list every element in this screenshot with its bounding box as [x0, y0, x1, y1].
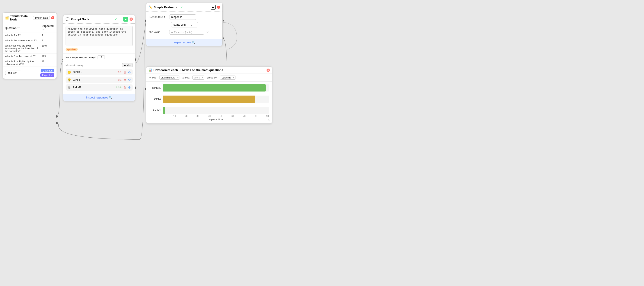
gpt35-delete-icon[interactable]: 🗑	[123, 71, 126, 74]
expected-cell: 18	[40, 59, 56, 67]
pencil-icon: ✏️	[148, 5, 152, 9]
list-icon[interactable]: ☰	[119, 17, 122, 21]
num-responses-row: Num responses per prompt:	[63, 53, 135, 61]
palm2-settings-icon[interactable]: ⚙	[128, 86, 131, 89]
gpt4-icon: 😤	[67, 78, 71, 82]
gpt35-icon: 🙂	[67, 71, 71, 74]
condition-select[interactable]: starts with ⌄	[171, 22, 198, 27]
question-col-dots: ···	[17, 26, 20, 30]
tabular-icon: 🗂️	[5, 16, 9, 19]
question-cell: What is 2 + 2?	[3, 33, 40, 38]
prompt-node-header: 💬 Prompt Node ✓ ☰ ▶ ✕	[63, 15, 135, 24]
table-row: What is 2 multiplied by the cubic root o…	[3, 59, 56, 67]
prompt-node-title: Prompt Node	[71, 17, 114, 21]
inspect-responses-link[interactable]: Inspect responses 🔍	[86, 96, 112, 99]
expected-cell: 1997	[40, 43, 56, 54]
bar-fill-gpt4	[163, 96, 255, 103]
tabular-data-node: 🗂️ Tabular Data Node Import data ✕ Quest…	[3, 12, 57, 79]
add-model-button[interactable]: Add +	[122, 63, 133, 67]
palm2-delete-icon[interactable]: 🗑	[123, 86, 126, 89]
prompt-textarea[interactable]: Answer the following math question as br…	[66, 26, 133, 46]
question-column-header: Question ···	[3, 23, 40, 33]
value-clear-button[interactable]: ✕	[206, 30, 209, 34]
prompt-inspect-bar[interactable]: Inspect responses 🔍	[63, 94, 135, 101]
svg-point-1	[56, 122, 58, 124]
tabular-close-button[interactable]: ✕	[51, 16, 54, 19]
chart-icon: 📊	[148, 68, 152, 72]
question-tag: question	[66, 48, 78, 51]
bar-fill-gpt35	[163, 84, 266, 92]
bar-bg-palm2	[163, 107, 269, 114]
tick-50: 50	[220, 115, 222, 117]
group-by-select[interactable]: LLMs (la	[220, 76, 236, 80]
x-axis-select[interactable]: score	[192, 76, 204, 80]
prompt-node: 💬 Prompt Node ✓ ☰ ▶ ✕ Answer the followi…	[63, 15, 135, 101]
prompt-play-button[interactable]: ▶	[123, 17, 128, 21]
table-row: What year was the 50th anniversary of th…	[3, 43, 56, 54]
group-by-label: group by:	[207, 76, 218, 79]
palm2-temp: δ:0.5	[116, 86, 122, 89]
return-true-label: Return true if	[150, 15, 168, 19]
expected-cell: 3	[40, 38, 56, 43]
tabular-table: Question ··· Expected ··· What is 2 + 2?…	[3, 23, 56, 67]
tick-20: 20	[185, 115, 188, 117]
inspect-scores-link[interactable]: Inspect scores 🔍	[174, 41, 195, 44]
models-section: Models to query: Add + 🙂 GPT3.5 δ:1 🗑 ⚙ …	[63, 61, 135, 94]
tabular-node-header: 🗂️ Tabular Data Node Import data ✕	[3, 12, 56, 23]
tick-80: 80	[255, 115, 257, 117]
prompt-close-button[interactable]: ✕	[130, 17, 133, 21]
condition-row: starts with ⌄	[150, 22, 219, 27]
gpt4-settings-icon[interactable]: ⚙	[128, 78, 131, 82]
x-axis-ticks: 0 10 20 30 40 50 60 70 80 90	[150, 114, 269, 117]
chart-controls: y-axis: LLM (default) x-axis: score grou…	[146, 74, 272, 82]
value-input[interactable]	[169, 30, 204, 35]
tick-0: 0	[163, 115, 164, 117]
model-row-gpt4: 😤 GPT4 δ:1 🗑 ⚙	[66, 77, 133, 83]
bar-label-gpt35: GPT3.5	[150, 87, 161, 89]
return-true-row: Return true if response	[150, 14, 219, 20]
bar-row-gpt4: GPT4	[150, 96, 269, 103]
chart-close-button[interactable]: ✕	[266, 69, 270, 72]
prompt-checkmark: ✓	[115, 17, 118, 21]
palm2-name: PaLM2	[73, 86, 114, 89]
add-row-button[interactable]: add row +	[5, 71, 21, 75]
resize-handle-icon[interactable]: ⤡	[268, 119, 270, 122]
evaluator-body: Return true if response starts with ⌄ th…	[146, 12, 222, 37]
evaluator-inspect-bar[interactable]: Inspect scores 🔍	[146, 39, 222, 46]
import-data-button[interactable]: Import data	[33, 16, 50, 20]
bar-row-palm2: PaLM2	[150, 107, 269, 114]
group-by-select-wrapper: LLMs (la	[220, 76, 236, 80]
gpt35-name: GPT3.5	[73, 71, 116, 74]
x-axis-unit-label: % percent true	[150, 118, 269, 121]
models-label: Models to query:	[66, 64, 84, 67]
y-axis-select-wrapper: LLM (default)	[159, 76, 180, 80]
svg-point-0	[56, 115, 58, 118]
bar-row-gpt35: GPT3.5	[150, 84, 269, 92]
bar-label-palm2: PaLM2	[150, 109, 161, 112]
question-cell: What is 5 to the power of 3?	[3, 54, 40, 59]
gpt35-settings-icon[interactable]: ⚙	[128, 70, 131, 74]
evaluator-close-button[interactable]: ✕	[217, 6, 220, 9]
num-responses-label: Num responses per prompt:	[66, 56, 96, 59]
response-select-wrapper: response	[169, 14, 196, 20]
expected-column-header: Expected ···	[40, 23, 56, 33]
expected-cell: 125	[40, 54, 56, 59]
table-row: What is 2 + 2? 4	[3, 33, 56, 38]
y-axis-select[interactable]: LLM (default)	[159, 76, 180, 80]
num-responses-input[interactable]	[98, 55, 105, 59]
models-header: Models to query: Add +	[66, 63, 133, 67]
chart-node: 📊 How correct each LLM was on the math q…	[146, 66, 272, 124]
gpt4-delete-icon[interactable]: 🗑	[123, 78, 126, 82]
response-select[interactable]: response	[169, 14, 196, 20]
expected-port-label: Expected	[40, 73, 54, 77]
bar-fill-palm2	[163, 107, 165, 114]
bar-bg-gpt4	[163, 96, 269, 103]
evaluator-play-button[interactable]: ▶	[211, 5, 216, 10]
palm2-icon: 🐘	[67, 86, 71, 89]
evaluator-checkmark: ✓	[180, 5, 183, 9]
table-row: What is the square root of 9? 3	[3, 38, 56, 43]
tick-40: 40	[208, 115, 211, 117]
tick-70: 70	[243, 115, 246, 117]
model-row-gpt35: 🙂 GPT3.5 δ:1 🗑 ⚙	[66, 69, 133, 75]
chevron-down-icon: ⌄	[190, 23, 192, 26]
